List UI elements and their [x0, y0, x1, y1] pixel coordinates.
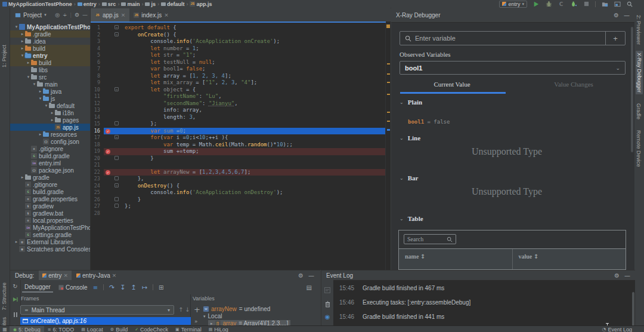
tree-item-gradle[interactable]: ▸gradle — [10, 174, 90, 181]
editor-tab-app-js[interactable]: JSapp.js× — [91, 8, 129, 21]
xray-scrollbar[interactable] — [631, 27, 633, 152]
tree-item-java[interactable]: ▸java — [10, 88, 90, 95]
fold-marker[interactable]: − — [114, 87, 119, 91]
table-col-value[interactable]: value ↕ — [512, 249, 626, 269]
add-variable-button[interactable]: + — [605, 32, 625, 45]
toolwindow-tab-gradle[interactable]: Gradle — [636, 103, 642, 119]
more-icon[interactable]: » — [194, 318, 198, 324]
tree-item-gradlew-bat[interactable]: $gradlew.bat — [10, 210, 90, 217]
gear-icon[interactable]: ⚙ — [614, 272, 620, 279]
breadcrumb-item[interactable]: js — [145, 1, 156, 7]
tree-collapse-arrow[interactable]: ▸ — [49, 118, 55, 122]
event-log-list[interactable]: 15:45Gradle build finished in 467 ms15:4… — [333, 280, 635, 326]
tree-item-myapplicationtestphone-iml[interactable]: imMyApplicationTestPhone.iml — [10, 224, 90, 231]
sort-icon[interactable]: ↕ — [534, 253, 538, 260]
status-item-hilog[interactable]: ▤HiLog — [205, 326, 232, 332]
breadcrumb-item[interactable]: entry — [78, 1, 97, 7]
fold-marker[interactable]: − — [114, 25, 119, 29]
project-panel-title[interactable]: Project — [23, 12, 42, 19]
tree-expand-arrow[interactable]: ▾ — [203, 314, 206, 319]
tree-item-resources[interactable]: ▸resources — [10, 131, 90, 138]
sdk-manager-icon[interactable] — [614, 1, 621, 8]
tree-item-entry[interactable]: ▾entry — [10, 52, 90, 59]
step-into-icon[interactable]: ↧ — [120, 284, 125, 291]
tree-collapse-arrow[interactable]: ▸ — [49, 110, 55, 115]
table-search-input[interactable]: Search — [404, 234, 456, 244]
tree-collapse-arrow[interactable]: ▸ — [14, 239, 19, 244]
editor-tab-index-js[interactable]: JSindex.js× — [129, 8, 172, 21]
run-to-cursor-icon[interactable]: ↦ — [142, 284, 147, 291]
breadcrumb-item[interactable]: src — [102, 1, 116, 7]
hide-panel-icon[interactable]: — — [82, 12, 88, 18]
tree-item-gradle-properties[interactable]: ⚙gradle.properties — [10, 195, 90, 202]
tree-expand-arrow[interactable]: ▾ — [44, 103, 49, 108]
breakpoint-icon[interactable]: ✓ — [106, 129, 110, 134]
tree-item-build-gradle[interactable]: Gbuild.gradle — [10, 152, 90, 159]
toolwindow-toggle-icon[interactable]: ▦ — [0, 327, 10, 332]
search-everywhere-icon[interactable] — [626, 1, 633, 8]
tree-item-build-gradle[interactable]: Gbuild.gradle — [10, 188, 90, 195]
fold-marker[interactable] — [114, 121, 119, 125]
status-item-codecheck[interactable]: ✓CodeCheck — [131, 326, 172, 332]
thread-select[interactable]: ≡ Main Thread ▾ — [20, 305, 174, 315]
fold-marker[interactable]: − — [114, 183, 119, 187]
tree-item-default[interactable]: ▾default — [10, 102, 90, 109]
log-filter-icon[interactable]: ◉ — [325, 313, 330, 320]
tree-item--gitignore[interactable]: ≡.gitignore — [10, 181, 90, 188]
section-bar-header[interactable]: ⌄ Bar — [400, 174, 418, 182]
hide-panel-icon[interactable]: — — [308, 272, 314, 279]
tree-item--gitignore[interactable]: ≡.gitignore — [10, 145, 90, 152]
tree-collapse-arrow[interactable]: ▸ — [20, 46, 25, 51]
variable-row-local[interactable]: ▾Local — [203, 313, 222, 319]
stack-frame-item[interactable]: onCreate(), app.js:16 — [20, 317, 191, 325]
breadcrumb-item[interactable]: default — [161, 1, 185, 7]
status-item-logcat[interactable]: ▤Logcat — [78, 326, 107, 332]
frame-up-icon[interactable]: ↑ — [178, 306, 183, 313]
fold-marker[interactable]: − — [114, 32, 119, 36]
chevron-down-icon[interactable]: ▾ — [44, 13, 47, 17]
restore-layout-icon[interactable]: ▤ — [306, 284, 320, 291]
section-table-header[interactable]: ⌄ Table — [400, 215, 423, 222]
tree-item-package-json[interactable]: {}package.json — [10, 167, 90, 174]
device-manager-icon[interactable] — [601, 1, 608, 8]
tree-item-local-properties[interactable]: ⚙local.properties — [10, 217, 90, 224]
tree-expand-arrow[interactable]: ▾ — [32, 82, 37, 87]
hide-panel-icon[interactable]: — — [624, 12, 630, 19]
tree-item-gradlew[interactable]: $gradlew — [10, 202, 90, 210]
frame-down-icon[interactable]: ↓ — [185, 306, 190, 313]
event-log-status-button[interactable]: ◔ Event Log — [602, 327, 644, 332]
tree-item--gradle[interactable]: ▸.gradle — [10, 30, 90, 38]
tab-current-value[interactable]: Current Value — [391, 81, 513, 88]
debug-tab-entry[interactable]: entry× — [39, 270, 72, 280]
soft-wrap-icon[interactable] — [324, 285, 330, 296]
tree-item-main[interactable]: ▾main — [10, 81, 90, 88]
close-icon[interactable]: × — [121, 12, 126, 18]
collapse-all-icon[interactable]: ÷ — [63, 12, 67, 18]
stop-button[interactable] — [583, 1, 590, 8]
debug-button[interactable] — [545, 1, 552, 8]
tree-expand-arrow[interactable]: ▾ — [38, 96, 43, 101]
toolwindow-tab-previewer[interactable]: 2: Previewer — [636, 15, 642, 45]
toolwindow-tab-remote-device[interactable]: Remote Device — [636, 130, 642, 167]
breadcrumb-item[interactable]: MyApplicationTestPhone — [2, 1, 72, 7]
tab-console[interactable]: Console — [58, 284, 88, 291]
close-icon[interactable]: × — [63, 272, 68, 278]
breakpoint-icon[interactable]: ✓ — [106, 170, 110, 175]
tree-item-i18n[interactable]: ▸i18n — [10, 109, 90, 116]
tree-item--idea[interactable]: ▸.idea — [10, 38, 90, 45]
breadcrumb-item[interactable]: JSapp.js — [190, 1, 212, 7]
gear-icon[interactable]: ⚙ — [298, 272, 304, 279]
tree-expand-arrow[interactable]: ▾ — [26, 75, 31, 79]
tab-value-changes[interactable]: Value Changes — [513, 81, 634, 88]
toolwindow-tab-xray-debugger[interactable]: X-Ray Debugger — [636, 51, 643, 94]
toolwindow-tab-project[interactable]: 1: Project — [1, 45, 7, 67]
run-button[interactable] — [532, 1, 540, 8]
toolwindow-tab-structure[interactable]: 7: Structure — [1, 282, 7, 311]
tree-collapse-arrow[interactable]: ▸ — [26, 60, 31, 65]
tree-item-entry-iml[interactable]: imentry.iml — [10, 159, 90, 167]
status-item-terminal[interactable]: ▣Terminal — [172, 326, 205, 332]
fold-marker[interactable] — [114, 176, 119, 180]
tree-item-src[interactable]: ▾src — [10, 73, 90, 81]
gear-icon[interactable]: ⚙ — [614, 12, 619, 19]
tree-item-settings-gradle[interactable]: Gsettings.gradle — [10, 231, 90, 238]
